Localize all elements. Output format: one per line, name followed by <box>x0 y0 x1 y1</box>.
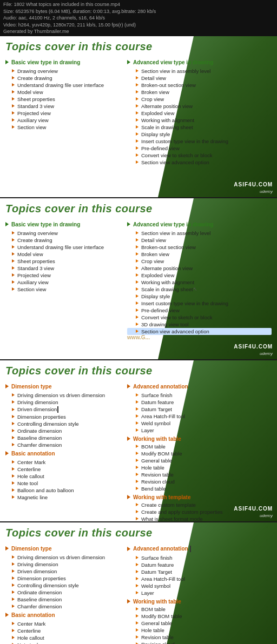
bullet-icon <box>12 555 15 559</box>
bullet-icon <box>136 487 138 490</box>
slide-4-left-col: Dimension type Driving dimension vs driv… <box>5 544 124 644</box>
slide-4-dim-list: Driving dimension vs driven dimension Dr… <box>5 554 124 610</box>
bullet-icon <box>12 460 15 464</box>
list-item: Hole callout <box>5 634 124 641</box>
bullet-icon <box>12 436 15 439</box>
bullet-icon <box>12 474 15 478</box>
bullet-icon <box>136 414 138 418</box>
bullet-icon <box>136 259 138 263</box>
bullet-icon <box>136 503 138 506</box>
slide-4-basic-list: Center Mark Centerline Hole callout Note… <box>5 620 124 644</box>
arrow-icon <box>127 437 130 441</box>
bullet-icon <box>12 467 15 471</box>
list-item: Driving dimension vs driven dimension <box>5 392 124 399</box>
bullet-icon <box>136 308 138 312</box>
list-item: Weld symbol <box>127 582 272 589</box>
slide-3-left-col: Dimension type Driving dimension vs driv… <box>5 381 124 521</box>
bullet-icon <box>136 393 138 397</box>
list-item: Section view <box>5 286 124 293</box>
list-item: Center Mark <box>5 620 124 627</box>
list-item: Create drawing <box>5 75 124 82</box>
list-item: Broken view <box>127 251 272 258</box>
list-item: Centerline <box>5 627 124 634</box>
list-item: Detail view <box>127 237 272 244</box>
bullet-icon <box>12 443 15 446</box>
bullet-icon <box>136 301 138 305</box>
bullet-icon <box>12 280 15 284</box>
bullet-icon <box>136 556 138 559</box>
list-item: Sheet properties <box>5 258 124 265</box>
slide-3-adv-list: Surface finish Datum feature Datum Targe… <box>127 392 272 434</box>
arrow-icon <box>127 547 130 551</box>
slide-1-title: Topics cover in this course <box>5 41 272 53</box>
bullet-icon <box>12 583 15 587</box>
list-item: Broken view <box>127 89 272 96</box>
list-item: Understand drawing file user interface <box>5 82 124 89</box>
list-item: Hole table <box>127 464 272 471</box>
list-item: Drawing overview <box>5 230 124 237</box>
bullet-icon <box>136 160 138 164</box>
slide-2: Topics cover in this course Basic view t… <box>0 198 277 359</box>
list-item: Section view advanced option <box>127 159 272 166</box>
bullet-icon <box>136 607 138 611</box>
list-item: Revision cloud <box>127 478 272 485</box>
bullet-icon <box>136 466 138 469</box>
list-item: BOM table <box>127 443 272 450</box>
bullet-icon <box>12 238 15 242</box>
list-item: Surface finish <box>127 392 272 399</box>
arrow-icon <box>5 60 9 64</box>
list-item: Area Hatch-Fill tool <box>127 413 272 420</box>
list-item: Detail view <box>127 75 272 82</box>
list-item: Broken-out section view <box>127 244 272 251</box>
bullet-icon <box>136 323 138 326</box>
list-item: Convert view to sketch or block <box>127 314 272 321</box>
bullet-icon <box>136 111 138 115</box>
list-item: 3D drawing view tool <box>127 321 272 328</box>
list-item: Pre-defined view <box>127 145 272 152</box>
slide-4-title: Topics cover in this course <box>5 527 272 539</box>
bullet-icon <box>12 245 15 249</box>
bullet-icon <box>136 628 138 632</box>
slide-2-right-list: Section view in assembly level Detail vi… <box>127 230 272 335</box>
slide-2-left-list: Drawing overview Create drawing Understa… <box>5 230 124 293</box>
list-item: Working with alignment <box>127 117 272 124</box>
slide-2-left-col: Basic view type in drawing Drawing overv… <box>5 219 124 337</box>
info-bar: File: 1802 What topics are included in t… <box>0 0 277 36</box>
bullet-icon <box>136 104 138 108</box>
list-item: Magnetic line <box>5 494 124 501</box>
bullet-icon <box>12 90 15 93</box>
list-item: Alternate position view <box>127 265 272 272</box>
info-audio: Audio: aac, 44100 Hz, 2 channels, s16, 6… <box>3 15 274 22</box>
list-item: Driven dimension <box>5 568 124 575</box>
slide-4-right-col: Advanced annotation Surface finish Datum… <box>124 544 272 644</box>
bullet-icon <box>136 125 138 129</box>
list-item: Convert view to sketch or block <box>127 152 272 159</box>
slide-3-dim-list: Driving dimension vs driven dimension Dr… <box>5 392 124 448</box>
bullet-icon <box>136 584 138 587</box>
list-item: Working with alignment <box>127 279 272 286</box>
bullet-icon <box>136 69 138 72</box>
bullet-icon <box>12 415 15 418</box>
bullet-icon <box>136 146 138 150</box>
slide-3: Topics cover in this course Dimension ty… <box>0 360 277 521</box>
list-item: Controlling dimension style <box>5 420 124 427</box>
list-item: Display style <box>127 293 272 300</box>
brand-platform: udemy <box>260 189 273 194</box>
brand-platform: udemy <box>260 513 273 518</box>
bullet-icon <box>12 636 15 639</box>
bullet-icon <box>12 76 15 79</box>
bullet-icon <box>136 517 138 520</box>
slide-4-adv-list: Surface finish Datum feature Datum Targe… <box>127 554 272 596</box>
list-item: Centerline <box>5 466 124 473</box>
bullet-icon <box>12 83 15 86</box>
bullet-icon <box>12 231 15 234</box>
bullet-icon <box>136 614 138 618</box>
slide-1-left-header: Basic view type in drawing <box>5 59 124 65</box>
bullet-icon <box>12 97 15 100</box>
list-item: What is sheet format mode <box>127 515 272 521</box>
bullet-icon <box>12 259 15 263</box>
brand-name: ASIF4U.COM <box>234 506 273 512</box>
cursor <box>190 546 191 552</box>
bullet-icon <box>136 266 138 270</box>
slide-4-adv-header: Advanced annotation <box>127 546 272 552</box>
